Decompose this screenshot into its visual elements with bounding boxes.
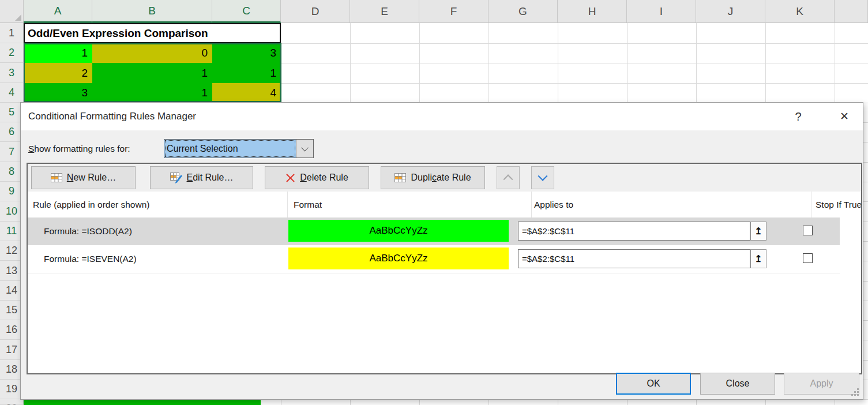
rule-row-isodd[interactable]: Formula: =ISODD(A2) AaBbCcYyZz ↥ bbox=[28, 217, 861, 245]
close-button[interactable]: Close bbox=[700, 373, 775, 395]
column-header-h[interactable]: H bbox=[558, 0, 627, 23]
chevron-up-icon bbox=[503, 174, 513, 184]
format-preview: AaBbCcYyZz bbox=[288, 247, 509, 269]
dropdown-selected-value[interactable]: Current Selection bbox=[164, 140, 296, 158]
stop-if-true-checkbox[interactable] bbox=[803, 226, 813, 235]
header-stop-if-true: Stop If True bbox=[816, 192, 862, 217]
column-header-d[interactable]: D bbox=[281, 0, 350, 23]
new-rule-label: New Rule… bbox=[67, 172, 116, 183]
row-header-4[interactable]: 4 bbox=[0, 83, 24, 103]
column-header-b[interactable]: B bbox=[92, 0, 212, 23]
move-rule-down-button[interactable] bbox=[531, 166, 554, 189]
duplicate-rule-button[interactable]: Duplicate Rule bbox=[381, 166, 485, 189]
rules-list-container: New Rule… Edit Rule… Delete Rule Duplica… bbox=[27, 163, 862, 374]
column-header-e[interactable]: E bbox=[350, 0, 419, 23]
header-rule: Rule (applied in order shown) bbox=[33, 192, 149, 217]
dialog-titlebar[interactable]: Conditional Formatting Rules Manager ? ✕ bbox=[21, 103, 863, 130]
applies-to-input[interactable] bbox=[518, 249, 750, 268]
conditional-formatting-rules-manager-dialog: Conditional Formatting Rules Manager ? ✕… bbox=[20, 102, 863, 400]
chevron-down-icon bbox=[301, 144, 309, 152]
select-all-corner[interactable] bbox=[0, 0, 24, 23]
column-header-j[interactable]: J bbox=[696, 0, 765, 23]
format-preview: AaBbCcYyZz bbox=[288, 220, 509, 242]
column-header-a[interactable]: A bbox=[24, 0, 92, 23]
new-rule-button[interactable]: New Rule… bbox=[31, 166, 136, 189]
table-pencil-icon bbox=[170, 172, 182, 183]
column-header-i[interactable]: I bbox=[627, 0, 696, 23]
rule-row-iseven[interactable]: Formula: =ISEVEN(A2) AaBbCcYyZz ↥ bbox=[28, 245, 861, 273]
collapse-dialog-icon[interactable]: ↥ bbox=[750, 222, 766, 241]
column-header-g[interactable]: G bbox=[489, 0, 558, 23]
delete-rule-label: Delete Rule bbox=[300, 172, 348, 183]
column-header-k[interactable]: K bbox=[765, 0, 835, 23]
close-icon[interactable]: ✕ bbox=[833, 103, 856, 130]
edit-rule-button[interactable]: Edit Rule… bbox=[150, 166, 253, 189]
selection-border bbox=[23, 43, 281, 103]
edit-rule-label: Edit Rule… bbox=[187, 172, 234, 183]
table-icon bbox=[51, 173, 62, 182]
column-header-f[interactable]: F bbox=[419, 0, 489, 23]
show-rules-dropdown[interactable]: Current Selection bbox=[164, 139, 314, 158]
rule-formula: Formula: =ISODD(A2) bbox=[44, 217, 132, 245]
rules-toolbar: New Rule… Edit Rule… Delete Rule Duplica… bbox=[28, 164, 861, 192]
row-header-2[interactable]: 2 bbox=[0, 43, 24, 63]
row-header-1[interactable]: 1 bbox=[0, 23, 24, 43]
stop-if-true-checkbox[interactable] bbox=[803, 253, 813, 263]
header-format: Format bbox=[294, 192, 322, 217]
move-rule-up-button[interactable] bbox=[497, 166, 520, 189]
rule-formula: Formula: =ISEVEN(A2) bbox=[44, 245, 137, 273]
excel-window: A B C D E F G H I J K 1 2 3 4 5 6 7 8 9 … bbox=[0, 0, 868, 405]
column-header-c[interactable]: C bbox=[212, 0, 281, 23]
show-rules-label: Show formatting rules for: bbox=[28, 139, 130, 158]
row-20-formatted-strip bbox=[24, 400, 261, 405]
row-header-20[interactable]: 20 bbox=[0, 399, 24, 405]
cell-a1-title[interactable]: Odd/Even Expression Comparison bbox=[24, 23, 281, 43]
rules-list-header: Rule (applied in order shown) Format App… bbox=[28, 192, 861, 217]
collapse-dialog-icon[interactable]: ↥ bbox=[750, 249, 766, 268]
red-x-icon bbox=[285, 173, 295, 183]
resize-grip[interactable] bbox=[851, 388, 859, 396]
row-header-3[interactable]: 3 bbox=[0, 63, 24, 83]
applies-to-input[interactable] bbox=[518, 222, 750, 241]
table-icon bbox=[394, 173, 406, 182]
help-icon[interactable]: ? bbox=[788, 103, 809, 130]
dropdown-button[interactable] bbox=[296, 140, 313, 158]
dialog-title: Conditional Formatting Rules Manager bbox=[28, 103, 196, 130]
column-header-partial[interactable] bbox=[835, 0, 868, 23]
delete-rule-button[interactable]: Delete Rule bbox=[265, 166, 369, 189]
duplicate-rule-label: Duplicate Rule bbox=[411, 172, 471, 183]
header-applies-to: Applies to bbox=[534, 192, 573, 217]
chevron-down-icon bbox=[538, 171, 548, 181]
apply-button[interactable]: Apply bbox=[784, 373, 859, 395]
ok-button[interactable]: OK bbox=[616, 373, 691, 395]
